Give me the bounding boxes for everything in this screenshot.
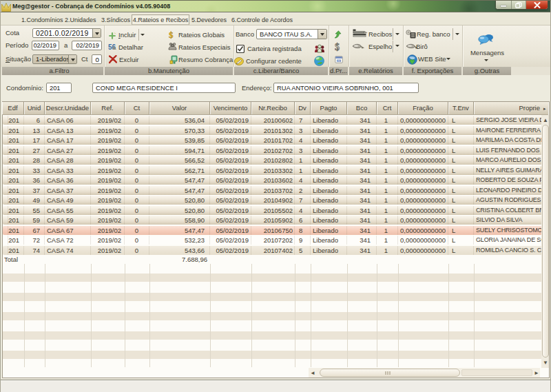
svg-text:$: $ — [335, 42, 340, 52]
svg-text:56: 56 — [108, 43, 116, 51]
svg-text:25: 25 — [337, 60, 340, 63]
svg-text:$: $ — [169, 30, 174, 39]
